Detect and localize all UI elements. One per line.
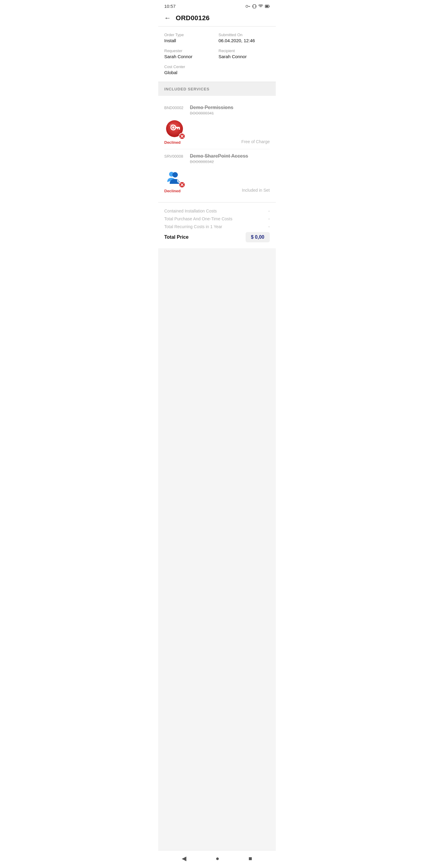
cost-summary: Contained Installation Costs - Total Pur… — [158, 202, 276, 248]
cost-center-field: Cost Center Global — [164, 64, 270, 75]
cost-center-label: Cost Center — [164, 64, 270, 69]
service-price-2: Included in Set — [242, 188, 270, 193]
included-services-section-header: INCLUDED SERVICES — [158, 82, 276, 96]
page-title: ORD00126 — [176, 14, 210, 22]
cost-value-installation: - — [268, 209, 270, 213]
bottom-nav: ◀ ● ■ — [158, 850, 276, 868]
cost-value-recurring: - — [268, 224, 270, 229]
service-price-1: Free of Charge — [241, 139, 270, 145]
cost-value-purchase: - — [268, 216, 270, 221]
svg-point-0 — [246, 5, 248, 7]
service-item-bnd00002: BND00002 Demo Permissions BOO0000341 — [164, 101, 270, 149]
total-price-label: Total Price — [164, 235, 189, 240]
cost-row-recurring: Total Recurring Costs in 1 Year - — [164, 224, 270, 229]
submitted-on-label: Submitted On — [218, 33, 270, 37]
submitted-on-value: 06.04.2020, 12:46 — [218, 38, 270, 43]
back-button[interactable]: ← — [164, 14, 171, 22]
status-time: 10:57 — [164, 4, 176, 9]
status-icons — [246, 4, 270, 9]
total-price-value: $ 0,00 — [246, 232, 270, 242]
sharepoint-icon-wrapper — [164, 167, 185, 187]
services-list: BND00002 Demo Permissions BOO0000341 — [158, 96, 276, 202]
cost-row-purchase: Total Purchase And One-Time Costs - — [164, 216, 270, 221]
service-bo-2: BOO0000342 — [190, 159, 270, 164]
battery-icon — [265, 4, 270, 8]
service-name-2: Demo SharePoint Access — [190, 153, 270, 159]
service-status-2: Declined — [164, 189, 181, 193]
nav-back-button[interactable]: ◀ — [182, 855, 186, 862]
service-status-1: Declined — [164, 140, 181, 145]
service-id-2: SRV00008 — [164, 153, 187, 158]
cost-label-recurring: Total Recurring Costs in 1 Year — [164, 224, 222, 229]
order-type-value: Install — [164, 38, 216, 43]
cost-label-installation: Contained Installation Costs — [164, 209, 217, 213]
service-bo-1: BOO0000341 — [190, 111, 270, 116]
requester-field: Requester Sarah Connor — [164, 49, 216, 59]
key-status-icon — [246, 4, 250, 8]
cost-row-installation: Contained Installation Costs - — [164, 209, 270, 213]
requester-label: Requester — [164, 49, 216, 53]
content-spacer — [158, 248, 276, 850]
permissions-icon-wrapper — [164, 119, 185, 139]
svg-rect-9 — [269, 6, 270, 7]
svg-rect-15 — [177, 128, 178, 129]
cost-row-total: Total Price $ 0,00 — [164, 232, 270, 242]
order-type-label: Order Type — [164, 33, 216, 37]
submitted-on-field: Submitted On 06.04.2020, 12:46 — [218, 33, 270, 43]
recipient-label: Recipient — [218, 49, 270, 53]
vibrate-icon — [252, 4, 256, 9]
recipient-value: Sarah Connor — [218, 54, 270, 59]
service-id-1: BND00002 — [164, 105, 187, 110]
status-bar: 10:57 — [158, 0, 276, 11]
svg-point-22 — [173, 172, 178, 178]
requester-value: Sarah Connor — [164, 54, 216, 59]
nav-home-button[interactable]: ● — [216, 855, 219, 862]
order-info-section: Order Type Install Submitted On 06.04.20… — [158, 27, 276, 82]
declined-badge-2 — [179, 181, 185, 188]
svg-rect-8 — [266, 5, 268, 7]
recipient-field: Recipient Sarah Connor — [218, 49, 270, 59]
cost-center-value: Global — [164, 70, 270, 75]
cost-label-purchase: Total Purchase And One-Time Costs — [164, 216, 232, 221]
wifi-icon — [258, 4, 263, 8]
svg-rect-4 — [253, 4, 255, 8]
order-type-field: Order Type Install — [164, 33, 216, 43]
svg-rect-14 — [179, 128, 180, 130]
service-item-srv00008: SRV00008 Demo SharePoint Access BOO00003… — [164, 149, 270, 197]
svg-point-12 — [172, 126, 175, 129]
included-services-title: INCLUDED SERVICES — [164, 87, 210, 91]
header: ← ORD00126 — [158, 11, 276, 27]
declined-badge-1 — [179, 133, 185, 140]
nav-square-button[interactable]: ■ — [248, 855, 252, 862]
svg-rect-13 — [175, 127, 180, 128]
service-name-1: Demo Permissions — [190, 105, 270, 110]
